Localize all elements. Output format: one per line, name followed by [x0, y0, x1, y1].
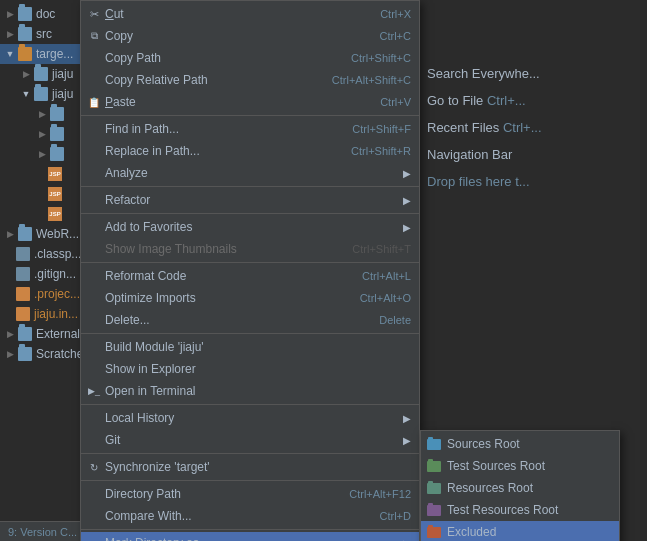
arrow-icon: ▶ [36, 148, 48, 160]
terminal-icon: ▶_ [87, 384, 101, 398]
folder-icon-src [18, 27, 32, 41]
separator [81, 480, 419, 481]
tree-label: jiaju [52, 87, 73, 101]
find-path-label: Find in Path... [105, 122, 179, 136]
folder-icon-target [18, 47, 32, 61]
arrow-icon: ▼ [20, 88, 32, 100]
cut-shortcut: Ctrl+X [380, 8, 411, 20]
menu-item-history[interactable]: Local History ▶ [81, 407, 419, 429]
compare-label: Compare With... [105, 509, 192, 523]
terminal-label: Open in Terminal [105, 384, 196, 398]
separator [81, 404, 419, 405]
menu-item-delete[interactable]: Delete... Delete [81, 309, 419, 331]
tree-label: targe... [36, 47, 73, 61]
delete-label: Delete... [105, 313, 150, 327]
tree-label: src [36, 27, 52, 41]
sources-root-label: Sources Root [447, 437, 520, 451]
folder-icon [18, 227, 32, 241]
folder-icon [34, 67, 48, 81]
cut-label: Cut [105, 7, 124, 21]
thumbnails-shortcut: Ctrl+Shift+T [352, 243, 411, 255]
menu-item-mark-dir[interactable]: Mark Directory as ▶ [81, 532, 419, 541]
build-label: Build Module 'jiaju' [105, 340, 204, 354]
resources-root-label: Resources Root [447, 481, 533, 495]
arrow-icon: ▶ [4, 348, 16, 360]
reformat-shortcut: Ctrl+Alt+L [362, 270, 411, 282]
test-sources-root-label: Test Sources Root [447, 459, 545, 473]
menu-item-thumbnails[interactable]: Show Image Thumbnails Ctrl+Shift+T [81, 238, 419, 260]
version-label: 9: Version C... [8, 526, 77, 538]
menu-item-compare[interactable]: Compare With... Ctrl+D [81, 505, 419, 527]
recent-files: Recent Files Ctrl+... [427, 114, 637, 141]
menu-item-sync[interactable]: ↻ Synchronize 'target' [81, 456, 419, 478]
menu-item-find-path[interactable]: Find in Path... Ctrl+Shift+F [81, 118, 419, 140]
arrow-icon: ▶ [4, 228, 16, 240]
dir-path-shortcut: Ctrl+Alt+F12 [349, 488, 411, 500]
menu-item-reformat[interactable]: Reformat Code Ctrl+Alt+L [81, 265, 419, 287]
analyze-label: Analyze [105, 166, 148, 180]
folder-icon [50, 147, 64, 161]
jsp-icon: JSP [48, 187, 62, 201]
menu-item-optimize[interactable]: Optimize Imports Ctrl+Alt+O [81, 287, 419, 309]
folder-icon [18, 347, 32, 361]
refactor-arrow: ▶ [403, 195, 411, 206]
arrow-icon: ▶ [4, 328, 16, 340]
folder-icon [50, 107, 64, 121]
submenu-test-resources-root[interactable]: Test Resources Root [421, 499, 619, 521]
copy-path-label: Copy Path [105, 51, 161, 65]
excluded-label: Excluded [447, 525, 496, 539]
search-everywhere-label: Search Everywhe... [427, 66, 540, 81]
menu-item-build[interactable]: Build Module 'jiaju' [81, 336, 419, 358]
find-path-shortcut: Ctrl+Shift+F [352, 123, 411, 135]
separator [81, 186, 419, 187]
resources-root-icon [427, 483, 441, 494]
menu-item-analyze[interactable]: Analyze ▶ [81, 162, 419, 184]
submenu-excluded[interactable]: Excluded [421, 521, 619, 541]
tree-label: jiaju [52, 67, 73, 81]
menu-item-copy-path[interactable]: Copy Path Ctrl+Shift+C [81, 47, 419, 69]
menu-item-dir-path[interactable]: Directory Path Ctrl+Alt+F12 [81, 483, 419, 505]
jsp-icon: JSP [48, 207, 62, 221]
menu-item-paste[interactable]: 📋 Paste Ctrl+V [81, 91, 419, 113]
menu-item-copy-rel-path[interactable]: Copy Relative Path Ctrl+Alt+Shift+C [81, 69, 419, 91]
arrow-icon: ▶ [36, 128, 48, 140]
separator [81, 115, 419, 116]
file-icon [16, 287, 30, 301]
copy-rel-shortcut: Ctrl+Alt+Shift+C [332, 74, 411, 86]
arrow-icon: ▶ [20, 68, 32, 80]
recent-files-label: Recent Files Ctrl+... [427, 120, 542, 135]
submenu-resources-root[interactable]: Resources Root [421, 477, 619, 499]
tree-label: .projec... [34, 287, 80, 301]
copy-icon: ⧉ [87, 29, 101, 43]
menu-item-cut[interactable]: ✂ Cut Ctrl+X [81, 3, 419, 25]
menu-item-git[interactable]: Git ▶ [81, 429, 419, 451]
folder-icon [18, 327, 32, 341]
favorites-arrow: ▶ [403, 222, 411, 233]
optimize-label: Optimize Imports [105, 291, 196, 305]
delete-shortcut: Delete [379, 314, 411, 326]
menu-item-replace-path[interactable]: Replace in Path... Ctrl+Shift+R [81, 140, 419, 162]
separator [81, 529, 419, 530]
copy-rel-path-label: Copy Relative Path [105, 73, 208, 87]
jsp-icon: JSP [48, 167, 62, 181]
submenu-test-sources-root[interactable]: Test Sources Root [421, 455, 619, 477]
menu-item-show-explorer[interactable]: Show in Explorer [81, 358, 419, 380]
thumbnails-label: Show Image Thumbnails [105, 242, 237, 256]
test-resources-root-label: Test Resources Root [447, 503, 558, 517]
menu-item-refactor[interactable]: Refactor ▶ [81, 189, 419, 211]
tree-label: jiaju.in... [34, 307, 78, 321]
tree-label: WebR... [36, 227, 79, 241]
analyze-arrow: ▶ [403, 168, 411, 179]
sources-root-icon [427, 439, 441, 450]
dir-path-label: Directory Path [105, 487, 181, 501]
submenu-sources-root[interactable]: Sources Root [421, 433, 619, 455]
menu-item-copy[interactable]: ⧉ Copy Ctrl+C [81, 25, 419, 47]
favorites-label: Add to Favorites [105, 220, 192, 234]
go-to-file-label: Go to File Ctrl+... [427, 93, 526, 108]
tree-label: .classp... [34, 247, 81, 261]
menu-item-favorites[interactable]: Add to Favorites ▶ [81, 216, 419, 238]
cut-icon: ✂ [87, 7, 101, 21]
separator [81, 453, 419, 454]
drop-files-text: Drop files here t... [427, 168, 637, 195]
menu-item-terminal[interactable]: ▶_ Open in Terminal [81, 380, 419, 402]
